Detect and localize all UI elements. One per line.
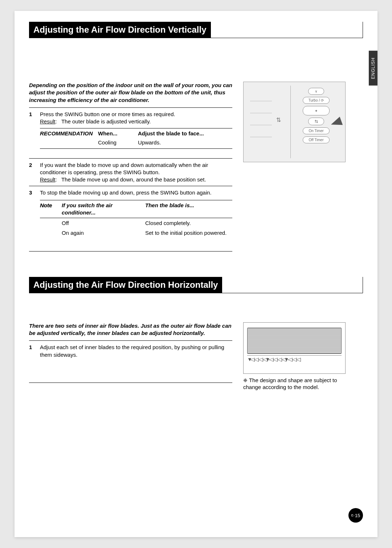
step2-result: The blade move up and down, around the b… xyxy=(61,176,206,183)
section2-title: Adjusting the Air Flow Direction Horizon… xyxy=(29,277,222,293)
language-tab: ENGLISH xyxy=(369,51,377,86)
rec-when-value: Cooling xyxy=(98,139,138,146)
step1-result: The outer blade is adjusted vertically. xyxy=(61,118,151,124)
note-label: Note xyxy=(40,202,62,217)
note-r2c1: On again xyxy=(62,229,145,237)
swing-button: ⇆ xyxy=(308,118,324,125)
swing-small-icon: ⇅ xyxy=(276,116,281,123)
note-header-switch: If you switch the air conditioner... xyxy=(62,202,145,217)
step-3: 3 To stop the blade moving up and down, … xyxy=(29,186,232,251)
section2-step-1: 1 Adjust each set of inner blades to the… xyxy=(29,340,232,361)
rec-header-adjust: Adjust the blade to face... xyxy=(138,130,232,137)
result-label: Result xyxy=(40,118,56,124)
section2-intro: There are two sets of inner air flow bla… xyxy=(29,322,232,337)
step1-text: Press the SWING button one or more times… xyxy=(40,111,175,117)
page-number-badge: E-15 xyxy=(348,508,363,523)
section1-intro: Depending on the position of the indoor … xyxy=(29,82,232,104)
section2-step1-text: Adjust each set of inner blades to the r… xyxy=(40,344,224,357)
turbo-button: Turbo/⟳ xyxy=(303,97,330,104)
down-button: ∨ xyxy=(308,88,324,95)
step-number: 2 xyxy=(29,161,35,184)
indoor-unit-illustration: ▼◁◁◁◁ ▼ ◁◁◁◁ ▼ ◁◁◁ xyxy=(243,322,346,374)
step2-text: If you want the blade to move up and dow… xyxy=(40,162,208,175)
unit-grille-icon xyxy=(247,328,342,354)
section2-title-wrap: Adjusting the Air Flow Direction Horizon… xyxy=(29,277,363,293)
step3-text: To stop the blade moving up and down, pr… xyxy=(40,189,212,196)
section1-title: Adjusting the Air Flow Direction Vertica… xyxy=(29,22,211,38)
asterisk-icon: ❈ xyxy=(243,377,248,383)
result-label: Result xyxy=(40,176,56,183)
unit-louvers-icon: ▼◁◁◁◁ ▼ ◁◁◁◁ ▼ ◁◁◁ xyxy=(247,355,342,362)
remote-illustration: ⇅ ∨ Turbo/⟳ ✦ ⇆ On Timer Off Timer xyxy=(243,82,346,162)
illustration-caption: ❈ The design and shape are subject to ch… xyxy=(243,377,352,391)
step-1: 1 Press the SWING button one or more tim… xyxy=(29,107,232,151)
on-timer-button: On Timer xyxy=(303,127,330,134)
blank-button: ✦ xyxy=(303,106,330,115)
section1-content: Depending on the position of the indoor … xyxy=(29,45,363,251)
manual-page: ENGLISH Adjusting the Air Flow Direction… xyxy=(15,11,377,537)
step-2: 2 If you want the blade to move up and d… xyxy=(29,158,232,186)
recommendation-label: RECOMMENDATION xyxy=(40,130,98,137)
note-r1c2: Closed completely. xyxy=(145,220,232,227)
rec-header-when: When... xyxy=(98,130,138,137)
off-timer-button: Off Timer xyxy=(303,136,330,143)
section2-content: There are two sets of inner air flow bla… xyxy=(29,300,363,391)
step-number: 1 xyxy=(29,111,35,149)
note-r2c2: Set to the initial position powered. xyxy=(145,229,232,237)
note-header-blade: Then the blade is... xyxy=(145,202,232,217)
section1-title-wrap: Adjusting the Air Flow Direction Vertica… xyxy=(29,22,363,38)
step-number: 3 xyxy=(29,189,35,237)
step-number: 1 xyxy=(29,344,35,359)
note-r1c1: Off xyxy=(62,220,145,227)
rec-adjust-value: Upwards. xyxy=(138,139,232,146)
